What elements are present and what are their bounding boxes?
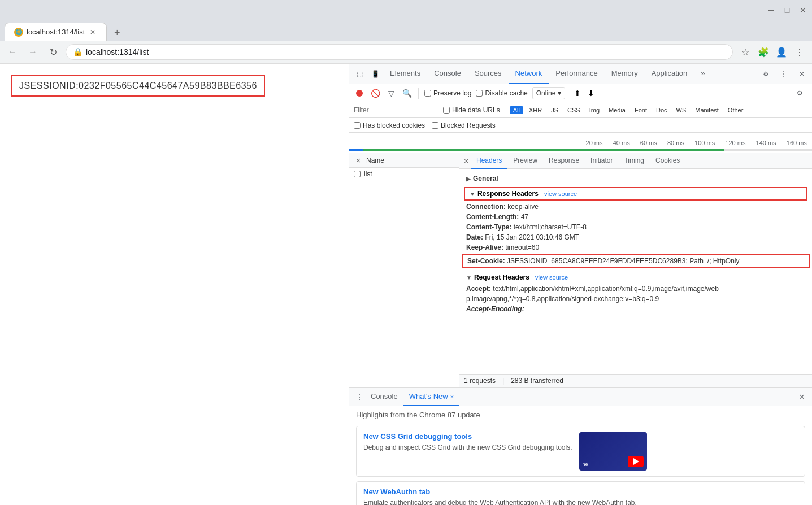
drawer-tab-console[interactable]: Console <box>365 388 403 406</box>
close-details-button[interactable]: × <box>354 156 363 165</box>
record-button[interactable] <box>354 88 365 99</box>
tab-headers[interactable]: Headers <box>471 153 507 169</box>
hide-data-urls-checkbox[interactable]: Hide data URLs <box>443 106 500 114</box>
bottom-drawer: ⋮ Console What's New × × Highlights from… <box>349 387 812 505</box>
filter-xhr[interactable]: XHR <box>526 106 545 114</box>
profile-button[interactable]: 👤 <box>774 44 789 60</box>
has-blocked-cookies-checkbox[interactable]: Has blocked cookies <box>354 121 425 129</box>
filter-manifest[interactable]: Manifest <box>692 106 722 114</box>
request-headers-label: Request Headers <box>474 273 529 281</box>
export-button[interactable]: ⬇ <box>585 88 597 99</box>
request-headers-header: ▼ Request Headers view source <box>459 271 812 284</box>
highlights-title: Highlights from the Chrome 87 update <box>356 411 805 419</box>
tab-performance[interactable]: Performance <box>549 64 604 84</box>
tab-preview[interactable]: Preview <box>507 153 543 169</box>
inspect-element-button[interactable]: ⬚ <box>351 66 367 82</box>
requests-count: 1 requests <box>464 377 496 385</box>
filter-input[interactable] <box>354 106 438 114</box>
address-bar[interactable]: 🔒 localhost:1314/list <box>66 44 733 60</box>
card-css-grid[interactable]: New CSS Grid debugging tools Debug and i… <box>356 426 805 477</box>
timeline-60ms: 60 ms <box>640 140 657 146</box>
request-view-source-button[interactable]: view source <box>535 274 568 281</box>
upload-buttons: ⬆ ⬇ <box>572 88 597 99</box>
card-webauthn-title: New WebAuthn tab <box>363 487 637 496</box>
close-details-x[interactable]: × <box>462 156 471 166</box>
filter-img[interactable]: Img <box>586 106 603 114</box>
details-panel: × Headers Preview Response Initiator Tim… <box>459 153 812 387</box>
browser-tab[interactable]: 🌐 localhost:1314/list ✕ <box>5 23 107 41</box>
maximize-button[interactable]: □ <box>783 6 792 15</box>
clear-button[interactable]: 🚫 <box>370 88 381 99</box>
drawer-menu-icon[interactable]: ⋮ <box>354 391 365 403</box>
whats-new-close[interactable]: × <box>450 393 454 400</box>
tab-close-button[interactable]: ✕ <box>88 28 97 37</box>
name-panel: × Name list <box>349 153 459 387</box>
tab-elements[interactable]: Elements <box>383 64 427 84</box>
filter-all[interactable]: All <box>510 106 523 114</box>
response-headers-list: Connection: keep-alive Content-Length: 4… <box>459 202 812 268</box>
nav-right: ☆ 🧩 👤 ⋮ <box>737 44 807 60</box>
request-checkbox[interactable] <box>354 171 361 177</box>
title-bar: ─ □ ✕ <box>0 0 812 20</box>
tab-sources[interactable]: Sources <box>468 64 509 84</box>
disable-cache-checkbox[interactable]: Disable cache <box>476 89 527 97</box>
filter-js[interactable]: JS <box>548 106 562 114</box>
search-button[interactable]: 🔍 <box>401 88 412 99</box>
tab-application[interactable]: Application <box>645 64 694 84</box>
network-list[interactable]: list <box>349 168 459 387</box>
list-item[interactable]: list <box>349 168 459 180</box>
tab-cookies[interactable]: Cookies <box>650 153 685 169</box>
header-connection: Connection: keep-alive <box>459 202 812 212</box>
new-tab-button[interactable]: + <box>109 25 125 41</box>
blocked-requests-checkbox[interactable]: Blocked Requests <box>432 121 496 129</box>
header-content-type: Content-Type: text/html;charset=UTF-8 <box>459 222 812 232</box>
general-section-header[interactable]: ▶ General <box>459 172 812 185</box>
tab-title: localhost:1314/list <box>27 28 85 36</box>
drawer-tab-whats-new[interactable]: What's New × <box>403 388 459 406</box>
network-toolbar: 🚫 ▽ 🔍 Preserve log Disable cache Online … <box>349 84 812 102</box>
header-keep-alive: Keep-Alive: timeout=60 <box>459 242 812 252</box>
filter-other[interactable]: Other <box>724 106 747 114</box>
throttle-dropdown[interactable]: Online ▾ <box>532 87 566 99</box>
name-column-label: Name <box>366 156 384 164</box>
filter-button[interactable]: ▽ <box>385 88 397 99</box>
bookmark-button[interactable]: ☆ <box>737 44 753 60</box>
card-webauthn[interactable]: New WebAuthn tab Emulate authenticators … <box>356 481 805 505</box>
response-headers-triangle: ▼ <box>470 191 475 197</box>
back-button[interactable]: ← <box>5 44 20 60</box>
more-options-icon[interactable]: ⋮ <box>776 66 792 82</box>
forward-button[interactable]: → <box>25 44 41 60</box>
filter-font[interactable]: Font <box>631 106 650 114</box>
session-id-text: JSESSIONID:0232F05565C44C45647A59B83BBE6… <box>19 81 257 90</box>
lock-icon: 🔒 <box>73 47 82 56</box>
minimize-button[interactable]: ─ <box>767 6 776 15</box>
settings-icon[interactable]: ⚙ <box>758 66 774 82</box>
network-settings-button[interactable]: ⚙ <box>792 85 807 101</box>
tab-console[interactable]: Console <box>427 64 468 84</box>
tab-memory[interactable]: Memory <box>605 64 645 84</box>
filter-media[interactable]: Media <box>605 106 629 114</box>
tab-response[interactable]: Response <box>543 153 585 169</box>
devtools-panel: ⬚ 📱 Elements Console Sources Network Per… <box>349 64 812 505</box>
filter-css[interactable]: CSS <box>564 106 584 114</box>
menu-button[interactable]: ⋮ <box>792 44 807 60</box>
tab-network[interactable]: Network <box>509 64 549 84</box>
tab-initiator[interactable]: Initiator <box>585 153 618 169</box>
tab-timing[interactable]: Timing <box>618 153 650 169</box>
close-button[interactable]: ✕ <box>798 6 807 15</box>
import-button[interactable]: ⬆ <box>572 88 583 99</box>
device-toolbar-button[interactable]: 📱 <box>367 66 383 82</box>
youtube-play-button <box>628 456 644 467</box>
filter-doc[interactable]: Doc <box>653 106 671 114</box>
timeline-20ms: 20 ms <box>586 140 603 146</box>
drawer-close-button[interactable]: × <box>796 391 807 403</box>
tab-more[interactable]: » <box>694 64 711 84</box>
preserve-log-checkbox[interactable]: Preserve log <box>424 89 471 97</box>
close-devtools-icon[interactable]: ✕ <box>794 66 810 82</box>
extensions-button[interactable]: 🧩 <box>755 44 771 60</box>
reload-button[interactable]: ↻ <box>45 44 61 60</box>
window-controls: ─ □ ✕ <box>767 6 807 15</box>
view-source-button[interactable]: view source <box>544 190 577 197</box>
summary-separator: | <box>502 377 504 385</box>
filter-ws[interactable]: WS <box>673 106 690 114</box>
